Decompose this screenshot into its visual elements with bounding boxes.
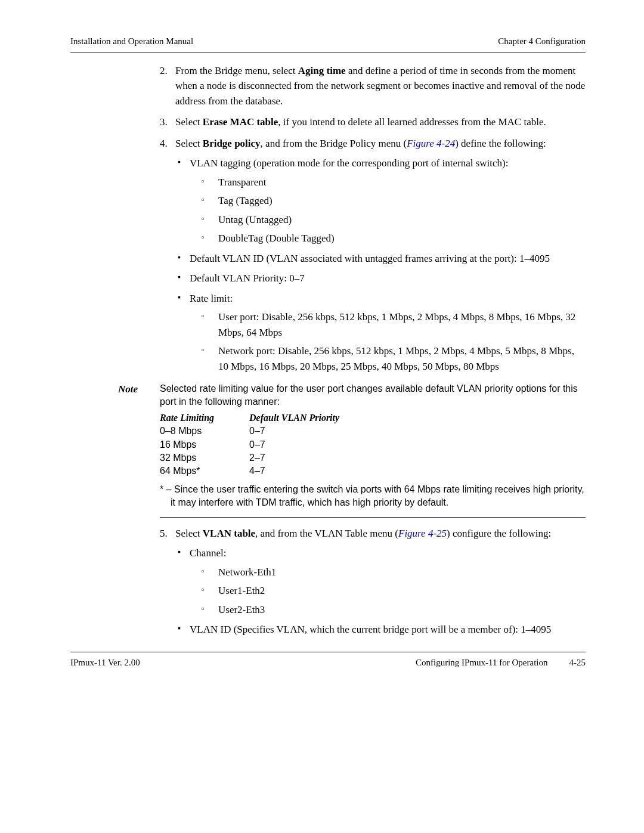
list-item: Transparent [202,175,586,190]
list-item: Channel: Network-Eth1 User1-Eth2 User2-E… [175,546,586,617]
footer-left: IPmux-11 Ver. 2.00 [70,656,140,670]
step-5: 5. Select VLAN table, and from the VLAN … [160,526,586,637]
note-footnote: * – Since the user traffic entering the … [160,483,586,518]
numbered-list: 2. From the Bridge menu, select Aging ti… [160,63,586,374]
page-footer: IPmux-11 Ver. 2.00 Configuring IPmux-11 … [70,656,586,670]
col-header: Default VLAN Priority [249,411,586,425]
table-row: 32 Mbps 2–7 [160,451,586,465]
step-3: 3. Select Erase MAC table, if you intend… [160,114,586,130]
note-table: Rate Limiting Default VLAN Priority 0–8 … [160,411,586,478]
body-text: Select Erase MAC table, if you intend to… [175,116,546,128]
note-block: Note Selected rate limiting value for th… [160,382,586,518]
step-number: 4. [160,136,168,151]
body-text: From the Bridge menu, select Aging time … [175,65,585,107]
header-right: Chapter 4 Configuration [498,35,586,48]
list-item: Untag (Untagged) [202,212,586,228]
body-text: Select Bridge policy, and from the Bridg… [175,138,546,149]
figure-link[interactable]: Figure 4-25 [398,528,447,539]
note-label: Note [118,382,138,397]
sub-list: User port: Disable, 256 kbps, 512 kbps, … [202,309,586,374]
sub-list: Transparent Tag (Tagged) Untag (Untagged… [202,175,586,246]
step-4: 4. Select Bridge policy, and from the Br… [160,136,586,374]
table-row: 0–8 Mbps 0–7 [160,425,586,438]
sub-list: Network-Eth1 User1-Eth2 User2-Eth3 [202,565,586,618]
footer-rule: IPmux-11 Ver. 2.00 Configuring IPmux-11 … [70,652,586,670]
list-item: VLAN tagging (operation mode for the cor… [175,156,586,246]
figure-link[interactable]: Figure 4-24 [407,138,455,149]
table-header: Rate Limiting Default VLAN Priority [160,411,586,425]
page-content: 2. From the Bridge menu, select Aging ti… [70,63,586,637]
list-item: Default VLAN Priority: 0–7 [175,271,586,286]
note-intro: Selected rate limiting value for the use… [160,382,586,409]
body-text: Select VLAN table, and from the VLAN Tab… [175,528,551,539]
numbered-list-cont: 5. Select VLAN table, and from the VLAN … [160,526,586,637]
header-left: Installation and Operation Manual [70,35,193,48]
list-item: DoubleTag (Double Tagged) [202,231,586,246]
list-item: User2-Eth3 [202,602,586,618]
table-row: 16 Mbps 0–7 [160,438,586,451]
list-item: Network port: Disable, 256 kbps, 512 kbp… [202,343,586,374]
page-header: Installation and Operation Manual Chapte… [70,35,586,52]
list-item: VLAN ID (Specifies VLAN, which the curre… [175,622,586,637]
col-header: Rate Limiting [160,411,249,425]
step-2: 2. From the Bridge menu, select Aging ti… [160,63,586,109]
step-number: 2. [160,63,168,79]
bullet-list: Channel: Network-Eth1 User1-Eth2 User2-E… [175,546,586,637]
list-item: Tag (Tagged) [202,193,586,209]
list-item: Network-Eth1 [202,565,586,580]
list-item: Rate limit: User port: Disable, 256 kbps… [175,291,586,374]
list-item: User port: Disable, 256 kbps, 512 kbps, … [202,309,586,340]
bullet-list: VLAN tagging (operation mode for the cor… [175,156,586,374]
step-number: 3. [160,114,168,130]
list-item: Default VLAN ID (VLAN associated with un… [175,251,586,267]
list-item: User1-Eth2 [202,583,586,599]
step-number: 5. [160,526,168,541]
footer-center: Configuring IPmux-11 for Operation [416,656,548,670]
table-row: 64 Mbps* 4–7 [160,465,586,478]
footer-page-number: 4-25 [569,656,586,670]
